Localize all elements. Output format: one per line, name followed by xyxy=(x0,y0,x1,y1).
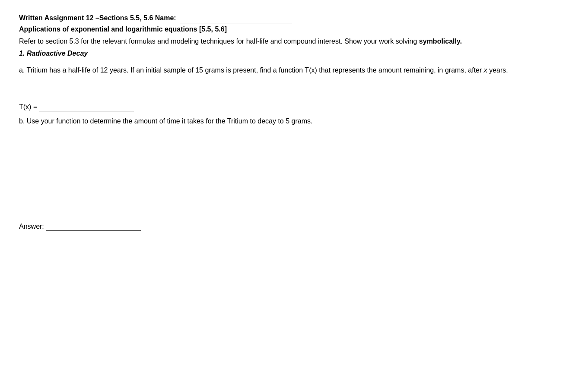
answer-b-blank xyxy=(46,230,141,231)
question-a-italic-var: x xyxy=(484,66,487,74)
header-instructions-bold: symbolically. xyxy=(419,38,462,45)
header-instructions-text1: Refer to section 5.3 for the relevant fo… xyxy=(19,38,419,45)
header-applications-label: Applications of exponential and logarith… xyxy=(19,25,227,33)
question-b-text: b. Use your function to determine the am… xyxy=(19,117,312,125)
answer-b-label: Answer: xyxy=(19,221,44,232)
header-assignment-label: Written Assignment 12 –Sections 5.5, 5.6… xyxy=(19,14,176,22)
question-a-text-part1: a. Tritium has a half-life of 12 years. … xyxy=(19,66,484,74)
answer-tx-label: T(x) = xyxy=(19,102,37,112)
section-title-radioactive-decay: 1. Radioactive Decay xyxy=(19,48,569,59)
header-line1: Written Assignment 12 –Sections 5.5, 5.6… xyxy=(19,13,569,23)
answer-tx-blank xyxy=(39,111,134,111)
question-a-block: a. Tritium has a half-life of 12 years. … xyxy=(19,65,569,76)
name-underline-blank xyxy=(180,23,292,23)
document-container: Written Assignment 12 –Sections 5.5, 5.6… xyxy=(19,13,569,232)
question-a-text-end: years. xyxy=(487,66,508,74)
question-a-text: a. Tritium has a half-life of 12 years. … xyxy=(19,65,569,76)
header-instructions: Refer to section 5.3 for the relevant fo… xyxy=(19,36,569,47)
header-line2: Applications of exponential and logarith… xyxy=(19,24,569,35)
question-b-block: b. Use your function to determine the am… xyxy=(19,116,569,127)
answer-b-block: Answer: xyxy=(19,221,569,232)
answer-tx-block: T(x) = xyxy=(19,102,569,112)
